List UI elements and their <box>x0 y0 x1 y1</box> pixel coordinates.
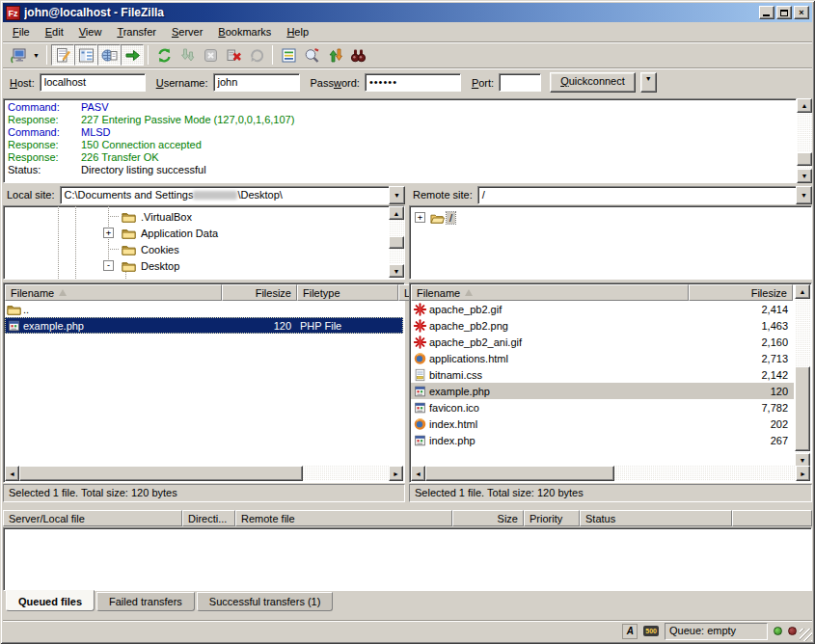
scroll-up-button[interactable]: ▲ <box>795 284 810 299</box>
column-filesize[interactable]: Filesize <box>222 284 297 301</box>
tree-item-application-data[interactable]: + Application Data <box>4 225 404 241</box>
file-row[interactable]: index.php 267 <box>411 432 794 448</box>
file-row[interactable]: apache_pb2_ani.gif 2,160 <box>411 334 794 350</box>
scroll-thumb[interactable] <box>797 152 812 166</box>
column-server-local-file[interactable]: Server/Local file <box>3 510 182 526</box>
column-filetype[interactable]: Filetype <box>297 284 398 301</box>
apache-file-icon <box>413 335 427 349</box>
scroll-thumb[interactable] <box>795 366 810 451</box>
username-input[interactable]: john <box>213 73 300 92</box>
file-row[interactable]: bitnami.css 2,142 <box>411 366 794 383</box>
open-site-manager-button[interactable] <box>7 44 30 66</box>
tab-queued-files[interactable]: Queued files <box>6 590 95 611</box>
scroll-up-button[interactable]: ▲ <box>797 98 812 113</box>
transfer-queue-list[interactable] <box>3 527 812 591</box>
file-row-example-php[interactable]: example.php 120 PHP File 1 <box>5 317 403 334</box>
tree-collapse-icon[interactable]: - <box>103 260 114 271</box>
column-priority[interactable]: Priority <box>524 510 580 526</box>
minimize-button[interactable] <box>759 6 774 19</box>
local-list-header: Filename Filesize Filetype L <box>5 284 403 301</box>
scroll-up-button[interactable]: ▲ <box>389 206 404 220</box>
menu-transfer[interactable]: Transfer <box>109 24 164 40</box>
file-row-example-php[interactable]: example.php 120 <box>411 383 794 399</box>
folder-icon <box>7 303 21 316</box>
quickconnect-dropdown-button[interactable]: ▼ <box>640 72 657 93</box>
process-queue-button[interactable] <box>176 44 199 66</box>
remote-directory-tree[interactable]: + / <box>409 205 812 280</box>
refresh-button[interactable] <box>152 44 176 66</box>
file-row-parent-dir[interactable]: .. <box>5 301 403 317</box>
file-row[interactable]: index.html 202 <box>411 416 794 432</box>
folder-icon <box>122 210 136 224</box>
column-direction[interactable]: Directi... <box>182 510 235 526</box>
column-remote-file[interactable]: Remote file <box>235 510 452 526</box>
column-status[interactable]: Status <box>580 510 732 526</box>
menu-bookmarks[interactable]: Bookmarks <box>210 24 279 40</box>
maximize-button[interactable] <box>776 6 792 19</box>
disconnect-button[interactable] <box>222 44 245 66</box>
title-bar[interactable]: Fz john@localhost - FileZilla × <box>3 3 812 22</box>
local-path-value[interactable]: C:\Documents and Settings\Desktop\ <box>60 186 389 204</box>
transfer-type-ascii-icon: A <box>622 624 638 639</box>
scroll-left-button[interactable]: ◄ <box>5 466 19 481</box>
reconnect-button[interactable] <box>245 44 268 66</box>
site-manager-dropdown-button[interactable]: ▼ <box>30 44 42 66</box>
password-input[interactable]: •••••• <box>365 73 461 92</box>
directory-filters-button[interactable] <box>277 44 300 66</box>
host-input[interactable]: localhost <box>40 73 146 92</box>
column-filesize[interactable]: Filesize <box>689 284 793 301</box>
tree-item-root[interactable]: + / <box>410 209 811 226</box>
cancel-operation-button[interactable] <box>199 44 222 66</box>
sync-browsing-icon <box>327 47 343 64</box>
toggle-local-tree-button[interactable] <box>74 44 97 66</box>
local-directory-tree[interactable]: .VirtualBox + Application Data Cookies <box>3 205 405 280</box>
scroll-thumb[interactable] <box>389 236 404 249</box>
tree-item-cookies[interactable]: Cookies <box>4 241 404 257</box>
tree-item-virtualbox[interactable]: .VirtualBox <box>4 208 404 225</box>
file-row[interactable]: applications.html 2,713 <box>411 350 794 366</box>
password-label: Password: <box>311 77 360 89</box>
menu-view[interactable]: View <box>71 24 110 40</box>
column-filename[interactable]: Filename <box>5 284 222 301</box>
menu-file[interactable]: File <box>5 24 38 40</box>
toggle-message-log-button[interactable] <box>51 44 74 66</box>
menu-server[interactable]: Server <box>164 24 210 40</box>
scroll-right-button[interactable]: ► <box>389 466 403 481</box>
remote-path-value[interactable]: / <box>477 186 796 204</box>
scroll-down-button[interactable]: ▼ <box>389 264 404 278</box>
toggle-remote-tree-button[interactable] <box>97 44 121 66</box>
directory-comparison-button[interactable] <box>300 44 323 66</box>
menu-help[interactable]: Help <box>279 24 316 40</box>
file-row[interactable]: apache_pb2.gif 2,414 <box>411 301 794 317</box>
toggle-transfer-queue-button[interactable] <box>121 44 144 66</box>
tree-expand-icon[interactable]: + <box>415 212 425 223</box>
scroll-down-button[interactable]: ▼ <box>797 169 812 183</box>
remote-path-combobox[interactable]: / ▼ <box>477 186 812 204</box>
port-input[interactable] <box>499 73 541 92</box>
queue-status: Queue: empty <box>665 623 768 640</box>
remote-list-header: Filename Filesize <box>411 284 793 301</box>
scroll-thumb[interactable] <box>19 466 303 481</box>
menu-edit[interactable]: Edit <box>38 24 71 40</box>
tree-item-desktop[interactable]: - Desktop <box>4 257 404 274</box>
tab-failed-transfers[interactable]: Failed transfers <box>96 592 195 611</box>
column-size[interactable]: Size <box>452 510 524 526</box>
remote-tree-icon <box>101 47 118 64</box>
scroll-thumb[interactable] <box>425 466 614 481</box>
file-row[interactable]: favicon.ico 7,782 <box>411 399 794 416</box>
synchronized-browsing-button[interactable] <box>323 44 346 66</box>
tab-successful-transfers[interactable]: Successful transfers (1) <box>197 592 334 611</box>
quickconnect-button[interactable]: Quickconnect <box>550 72 636 93</box>
file-row[interactable]: apache_pb2.png 1,463 <box>411 317 794 334</box>
close-button[interactable]: × <box>794 6 809 19</box>
resize-grip[interactable] <box>800 629 812 641</box>
column-filename[interactable]: Filename <box>411 284 689 301</box>
tree-expand-icon[interactable]: + <box>103 228 114 238</box>
combo-dropdown-icon[interactable]: ▼ <box>389 186 405 204</box>
scroll-left-button[interactable]: ◄ <box>411 466 425 481</box>
local-path-combobox[interactable]: C:\Documents and Settings\Desktop\ ▼ <box>60 186 405 204</box>
combo-dropdown-icon[interactable]: ▼ <box>796 186 812 204</box>
disconnect-icon <box>226 47 242 64</box>
scroll-right-button[interactable]: ► <box>796 466 810 481</box>
find-files-button[interactable] <box>346 44 369 66</box>
